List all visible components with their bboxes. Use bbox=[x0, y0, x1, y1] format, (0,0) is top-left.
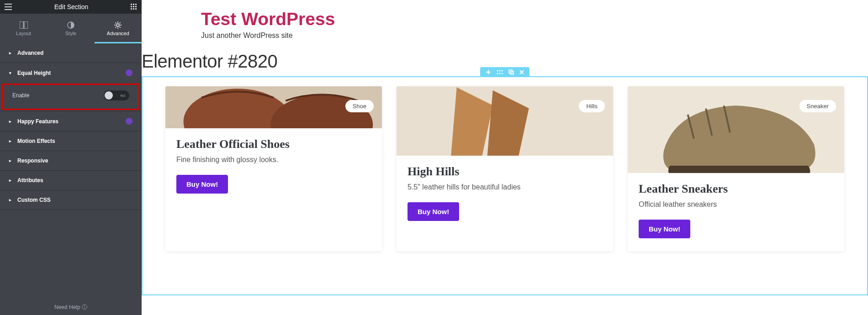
buy-button[interactable]: Buy Now! bbox=[639, 220, 690, 238]
svg-point-13 bbox=[497, 70, 498, 72]
chevron-right-icon: ▸ bbox=[9, 178, 13, 183]
site-header: Test WordPress Just another WordPress si… bbox=[142, 0, 868, 44]
panel-equal-height-header[interactable]: ▾ Equal Height bbox=[0, 63, 142, 83]
tab-advanced[interactable]: Advanced bbox=[95, 14, 142, 43]
enable-row: Enable NO bbox=[3, 85, 138, 109]
tab-label: Advanced bbox=[107, 31, 129, 36]
toggle-state-label: NO bbox=[121, 94, 126, 97]
card-body: Leather Official Shoes Fine finishing wi… bbox=[165, 128, 382, 206]
product-title: Leather Sneakers bbox=[639, 182, 833, 196]
editor-section[interactable]: Shoe Leather Official Shoes Fine finishi… bbox=[142, 76, 868, 295]
panel-happy-features[interactable]: ▸ Happy Features bbox=[0, 111, 142, 131]
happy-badge-icon bbox=[126, 69, 132, 76]
svg-rect-3 bbox=[131, 6, 132, 7]
enable-highlight-box: Enable NO bbox=[2, 84, 140, 110]
panel-equal-height: ▾ Equal Height Enable NO bbox=[0, 63, 142, 111]
cards-row: Shoe Leather Official Shoes Fine finishi… bbox=[143, 77, 867, 260]
card-body: Leather Sneakers Official leather sneake… bbox=[628, 173, 844, 251]
sidebar-header: Edit Section bbox=[0, 0, 142, 14]
panel-label: Equal Height bbox=[17, 70, 51, 76]
panel-custom-css[interactable]: ▸ Custom CSS bbox=[0, 190, 142, 210]
svg-rect-4 bbox=[133, 6, 134, 7]
product-card[interactable]: Shoe Leather Official Shoes Fine finishi… bbox=[165, 86, 382, 251]
chevron-down-icon: ▾ bbox=[9, 71, 13, 75]
help-icon: ⓘ bbox=[82, 304, 87, 310]
svg-point-18 bbox=[502, 73, 503, 74]
panel-motion-effects[interactable]: ▸ Motion Effects bbox=[0, 131, 142, 151]
tab-label: Layout bbox=[16, 31, 31, 36]
panel-label: Custom CSS bbox=[17, 197, 51, 203]
buy-button[interactable]: Buy Now! bbox=[408, 202, 459, 221]
svg-point-16 bbox=[497, 73, 498, 74]
need-help-label: Need Help bbox=[54, 304, 80, 310]
product-tag[interactable]: Sneaker bbox=[799, 100, 836, 112]
add-section-icon[interactable] bbox=[486, 69, 491, 75]
product-image: Sneaker bbox=[628, 86, 844, 173]
panel-label: Responsive bbox=[17, 158, 48, 164]
need-help-link[interactable]: Need Help ⓘ bbox=[0, 304, 142, 311]
drag-section-icon[interactable] bbox=[497, 70, 503, 74]
svg-rect-7 bbox=[133, 8, 134, 10]
sidebar-title: Edit Section bbox=[54, 3, 89, 10]
product-title: Leather Official Shoes bbox=[176, 137, 371, 151]
enable-toggle[interactable]: NO bbox=[104, 90, 129, 100]
panel-advanced[interactable]: ▸ Advanced bbox=[0, 43, 142, 63]
layout-icon bbox=[20, 21, 28, 29]
sidebar-tabs: Layout Style Advanced bbox=[0, 14, 142, 43]
panel-attributes[interactable]: ▸ Attributes bbox=[0, 171, 142, 190]
buy-button[interactable]: Buy Now! bbox=[176, 175, 228, 194]
svg-point-15 bbox=[502, 70, 503, 72]
product-title: High Hills bbox=[408, 165, 602, 178]
product-description: 5.5" leather hills for beautiful ladies bbox=[408, 183, 602, 191]
style-icon bbox=[67, 21, 74, 29]
panel-label: Attributes bbox=[17, 177, 43, 184]
product-card[interactable]: Sneaker Leather Sneakers Official leathe… bbox=[628, 86, 844, 251]
svg-point-12 bbox=[116, 24, 119, 26]
preview-canvas: Test WordPress Just another WordPress si… bbox=[142, 0, 868, 315]
panel-label: Advanced bbox=[17, 50, 43, 56]
svg-rect-5 bbox=[135, 6, 137, 7]
gear-icon bbox=[114, 21, 122, 29]
duplicate-section-icon[interactable] bbox=[508, 69, 514, 75]
tab-style[interactable]: Style bbox=[47, 14, 94, 43]
product-description: Fine finishing with glossy looks. bbox=[176, 156, 371, 164]
product-tag[interactable]: Hills bbox=[579, 100, 605, 112]
section-toolbar bbox=[480, 67, 529, 77]
svg-point-17 bbox=[499, 73, 501, 74]
happy-badge-icon bbox=[126, 118, 132, 125]
panel-label: Happy Features bbox=[17, 118, 58, 125]
card-body: High Hills 5.5" leather hills for beauti… bbox=[397, 156, 613, 234]
svg-rect-6 bbox=[131, 8, 132, 10]
site-tagline: Just another WordPress site bbox=[201, 31, 868, 40]
product-description: Official leather sneakers bbox=[639, 200, 833, 209]
svg-rect-0 bbox=[131, 4, 132, 5]
svg-rect-1 bbox=[133, 4, 134, 5]
product-tag[interactable]: Shoe bbox=[345, 100, 374, 112]
panel-label: Motion Effects bbox=[17, 138, 55, 144]
chevron-right-icon: ▸ bbox=[9, 158, 13, 163]
svg-rect-9 bbox=[20, 21, 23, 29]
site-title[interactable]: Test WordPress bbox=[201, 9, 868, 29]
apps-grid-icon[interactable] bbox=[131, 4, 137, 10]
delete-section-icon[interactable] bbox=[519, 70, 524, 74]
tab-label: Style bbox=[65, 31, 76, 36]
chevron-right-icon: ▸ bbox=[9, 51, 13, 55]
toggle-knob bbox=[105, 91, 113, 100]
svg-rect-10 bbox=[24, 21, 28, 29]
chevron-right-icon: ▸ bbox=[9, 119, 13, 124]
product-card[interactable]: Hills High Hills 5.5" leather hills for … bbox=[397, 86, 613, 251]
product-image: Shoe bbox=[165, 86, 382, 128]
chevron-right-icon: ▸ bbox=[9, 139, 13, 143]
svg-rect-8 bbox=[135, 8, 137, 10]
chevron-right-icon: ▸ bbox=[9, 198, 13, 202]
enable-label: Enable bbox=[12, 92, 29, 99]
tab-layout[interactable]: Layout bbox=[0, 14, 47, 43]
product-image: Hills bbox=[397, 86, 613, 156]
editor-sidebar: Edit Section Layout Style Advanced ▸ Adv… bbox=[0, 0, 142, 315]
panel-responsive[interactable]: ▸ Responsive bbox=[0, 151, 142, 171]
menu-icon[interactable] bbox=[5, 4, 12, 10]
svg-rect-2 bbox=[135, 4, 137, 5]
svg-point-14 bbox=[499, 70, 501, 72]
